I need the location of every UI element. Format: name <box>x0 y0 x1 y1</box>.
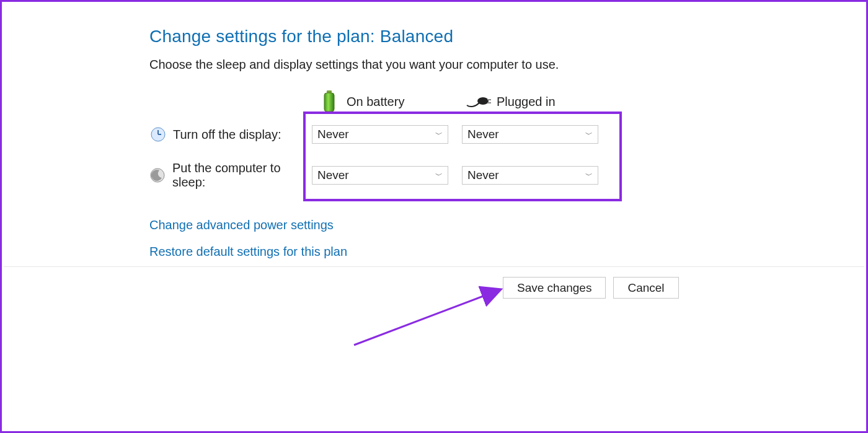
chevron-down-icon: ﹀ <box>585 129 593 140</box>
header-on-battery: On battery <box>312 89 462 114</box>
window-frame: Change settings for the plan: Balanced C… <box>0 0 868 433</box>
header-on-battery-label: On battery <box>347 95 404 109</box>
page-subtitle: Choose the sleep and display settings th… <box>149 58 769 72</box>
annotation-arrow <box>349 281 510 355</box>
row-sleep-label: Put the computer to sleep: <box>172 161 312 190</box>
chevron-down-icon: ﹀ <box>585 170 593 181</box>
select-sleep-battery-value: Never <box>317 168 349 182</box>
save-button[interactable]: Save changes <box>503 277 606 299</box>
link-advanced-power-settings[interactable]: Change advanced power settings <box>149 218 769 232</box>
moon-icon <box>149 167 166 184</box>
chevron-down-icon: ﹀ <box>435 129 443 140</box>
svg-rect-1 <box>324 93 334 112</box>
cancel-button[interactable]: Cancel <box>613 277 678 299</box>
svg-rect-4 <box>487 102 491 103</box>
content-area: Change settings for the plan: Balanced C… <box>149 27 769 271</box>
select-sleep-plugged[interactable]: Never ﹀ <box>462 166 598 185</box>
select-sleep-plugged-value: Never <box>467 168 499 182</box>
links-area: Change advanced power settings Restore d… <box>149 218 769 259</box>
select-sleep-battery[interactable]: Never ﹀ <box>312 166 448 185</box>
chevron-down-icon: ﹀ <box>435 170 443 181</box>
svg-line-7 <box>354 291 498 345</box>
battery-icon <box>312 89 347 114</box>
plug-icon <box>462 94 497 109</box>
column-headers: On battery Plugged in <box>149 89 769 114</box>
select-display-off-plugged-value: Never <box>467 128 499 141</box>
link-restore-defaults[interactable]: Restore default settings for this plan <box>149 245 769 259</box>
row-turn-off-display-label-cell: Turn off the display: <box>149 126 312 143</box>
row-turn-off-display-label: Turn off the display: <box>173 128 281 142</box>
svg-rect-0 <box>327 90 332 93</box>
header-plugged-in: Plugged in <box>462 94 612 109</box>
display-icon <box>149 126 167 143</box>
page-title: Change settings for the plan: Balanced <box>149 27 769 46</box>
footer-buttons: Save changes Cancel <box>503 277 686 299</box>
select-display-off-battery-value: Never <box>317 128 349 141</box>
footer-separator <box>4 266 864 267</box>
row-turn-off-display: Turn off the display: Never ﹀ Never ﹀ <box>149 125 769 144</box>
svg-rect-3 <box>487 99 491 100</box>
row-sleep: Put the computer to sleep: Never ﹀ Never… <box>149 161 769 190</box>
select-display-off-battery[interactable]: Never ﹀ <box>312 125 448 144</box>
header-plugged-in-label: Plugged in <box>497 95 556 109</box>
select-display-off-plugged[interactable]: Never ﹀ <box>462 125 598 144</box>
row-sleep-label-cell: Put the computer to sleep: <box>149 161 312 190</box>
svg-point-2 <box>477 97 489 105</box>
